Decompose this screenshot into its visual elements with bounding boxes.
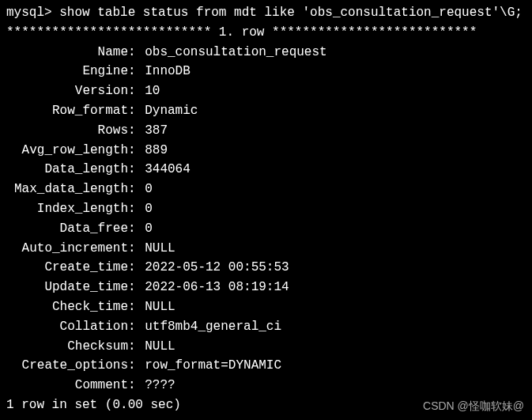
field-value: InnoDB [145, 62, 191, 81]
field-value: utf8mb4_general_ci [145, 317, 281, 337]
field-colon: : [128, 43, 145, 62]
field-label: Check_time [6, 297, 128, 317]
field-row: Row_format: Dynamic [6, 101, 526, 121]
field-value: ???? [145, 376, 175, 395]
field-colon: : [128, 160, 145, 180]
field-label: Comment [6, 376, 128, 395]
mysql-prompt-prefix: mysql> [6, 6, 59, 20]
field-label: Create_time [6, 258, 128, 278]
field-value: Dynamic [145, 101, 198, 121]
field-colon: : [128, 356, 145, 376]
field-label: Rows [6, 121, 128, 141]
field-row: Max_data_length: 0 [6, 180, 526, 199]
field-row: Rows: 387 [6, 121, 526, 141]
field-label: Update_time [6, 278, 128, 297]
field-value: 0 [145, 219, 153, 239]
field-value: row_format=DYNAMIC [145, 356, 281, 376]
field-row: Index_length: 0 [6, 199, 526, 219]
field-colon: : [128, 317, 145, 337]
field-colon: : [128, 101, 145, 121]
field-value: 2022-05-12 00:55:53 [145, 258, 289, 278]
field-label: Auto_increment [6, 239, 128, 259]
field-row: Check_time: NULL [6, 297, 526, 317]
watermark: CSDN @怪咖软妹@ [423, 398, 524, 415]
field-row: Checksum: NULL [6, 337, 526, 357]
field-value: NULL [145, 297, 175, 317]
field-label: Checksum [6, 337, 128, 357]
field-colon: : [128, 180, 145, 199]
field-value: 2022-06-13 08:19:14 [145, 278, 289, 297]
field-row: Version: 10 [6, 81, 526, 101]
field-colon: : [128, 297, 145, 317]
field-colon: : [128, 239, 145, 259]
field-value: 889 [145, 141, 168, 161]
field-row: Auto_increment: NULL [6, 239, 526, 259]
field-label: Create_options [6, 356, 128, 376]
field-row: Data_free: 0 [6, 219, 526, 239]
mysql-command: show table status from mdt like 'obs_con… [59, 6, 523, 20]
mysql-prompt-line[interactable]: mysql> show table status from mdt like '… [6, 3, 526, 23]
field-label: Avg_row_length [6, 141, 128, 161]
field-colon: : [128, 199, 145, 219]
field-value: 0 [145, 180, 153, 199]
field-value: 10 [145, 81, 160, 101]
field-colon: : [128, 62, 145, 81]
field-value: 0 [145, 199, 153, 219]
field-row: Engine: InnoDB [6, 62, 526, 81]
field-colon: : [128, 337, 145, 357]
field-colon: : [128, 219, 145, 239]
field-label: Index_length [6, 199, 128, 219]
field-label: Engine [6, 62, 128, 81]
field-colon: : [128, 121, 145, 141]
field-colon: : [128, 376, 145, 395]
field-colon: : [128, 278, 145, 297]
field-label: Name [6, 43, 128, 62]
field-value: NULL [145, 337, 175, 357]
field-label: Version [6, 81, 128, 101]
field-row: Name: obs_consultation_request [6, 43, 526, 62]
field-label: Data_free [6, 219, 128, 239]
field-row: Create_options: row_format=DYNAMIC [6, 356, 526, 376]
field-row: Comment: ???? [6, 376, 526, 395]
field-colon: : [128, 81, 145, 101]
field-label: Collation [6, 317, 128, 337]
field-row: Create_time: 2022-05-12 00:55:53 [6, 258, 526, 278]
field-value: 387 [145, 121, 168, 141]
field-label: Data_length [6, 160, 128, 180]
field-row: Avg_row_length: 889 [6, 141, 526, 161]
field-colon: : [128, 258, 145, 278]
field-value: 344064 [145, 160, 191, 180]
field-row: Data_length: 344064 [6, 160, 526, 180]
table-status-fields: Name: obs_consultation_requestEngine: In… [6, 43, 526, 395]
field-value: NULL [145, 239, 175, 259]
field-value: obs_consultation_request [145, 43, 326, 62]
field-label: Row_format [6, 101, 128, 121]
field-row: Update_time: 2022-06-13 08:19:14 [6, 278, 526, 297]
field-label: Max_data_length [6, 180, 128, 199]
field-row: Collation: utf8mb4_general_ci [6, 317, 526, 337]
field-colon: : [128, 141, 145, 161]
row-separator: *************************** 1. row *****… [6, 23, 526, 43]
